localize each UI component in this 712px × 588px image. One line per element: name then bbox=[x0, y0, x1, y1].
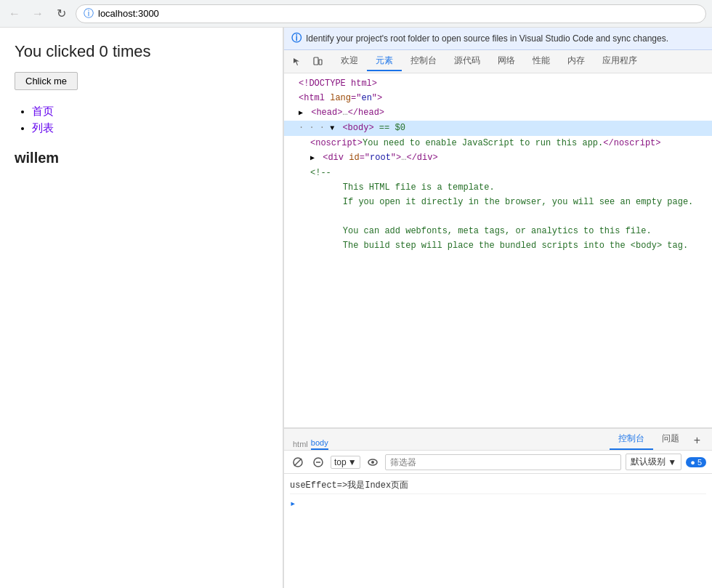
forward-button[interactable]: → bbox=[29, 5, 46, 23]
main-area: You clicked 0 times Chlick me 首页 列表 will… bbox=[0, 28, 712, 588]
console-log-line: useEffect=>我是Index页面 bbox=[290, 477, 706, 494]
head-expand-arrow[interactable] bbox=[299, 107, 306, 120]
html-noscript-line: <noscript>You need to enable JavaScript … bbox=[284, 136, 712, 150]
svg-rect-0 bbox=[314, 57, 318, 65]
html-comment-4: The build step will place the bundled sc… bbox=[284, 238, 712, 253]
info-bar: ⓘ Identify your project's root folder to… bbox=[284, 28, 712, 50]
badge-count: 5 bbox=[697, 458, 702, 467]
context-label: top bbox=[334, 457, 347, 467]
tab-elements[interactable]: 元素 bbox=[367, 52, 402, 71]
console-output: useEffect=>我是Index页面 ▸ bbox=[284, 474, 712, 588]
div-root-expand[interactable] bbox=[310, 152, 317, 165]
message-count-badge: ● 5 bbox=[686, 457, 706, 467]
click-button[interactable]: Chlick me bbox=[15, 72, 78, 90]
filter-icon-button[interactable] bbox=[310, 454, 326, 470]
console-log-text: useEffect=>我是Index页面 bbox=[290, 479, 408, 491]
filter-input[interactable] bbox=[385, 454, 622, 470]
html-doctype-line: <!DOCTYPE html> bbox=[284, 76, 712, 91]
security-icon: ⓘ bbox=[84, 7, 94, 20]
svg-rect-1 bbox=[319, 60, 322, 65]
clear-console-button[interactable] bbox=[290, 454, 306, 470]
level-select[interactable]: 默认级别 ▼ bbox=[626, 454, 681, 470]
console-area: html body 控制台 问题 + top bbox=[284, 428, 712, 588]
tab-performance[interactable]: 性能 bbox=[524, 52, 559, 71]
webpage-panel: You clicked 0 times Chlick me 首页 列表 will… bbox=[0, 28, 283, 588]
author-name: willem bbox=[15, 150, 268, 166]
badge-icon: ● bbox=[690, 458, 695, 467]
html-html-line: <html lang="en"> bbox=[284, 91, 712, 105]
back-button[interactable]: ← bbox=[6, 5, 23, 23]
console-tab-console[interactable]: 控制台 bbox=[610, 430, 653, 450]
console-caret: ▸ bbox=[290, 497, 296, 510]
devtools-panel: ⓘ Identify your project's root folder to… bbox=[283, 28, 712, 588]
device-icon-button[interactable] bbox=[309, 53, 326, 71]
console-toolbar: top ▼ 默认级别 ▼ ● 5 bbox=[284, 451, 712, 474]
body-expand-arrow[interactable] bbox=[330, 122, 337, 135]
list-link[interactable]: 列表 bbox=[32, 121, 54, 134]
eye-icon-button[interactable] bbox=[365, 454, 381, 470]
url-display: localhost:3000 bbox=[98, 8, 159, 19]
context-dropdown-arrow: ▼ bbox=[348, 457, 357, 467]
tab-application[interactable]: 应用程序 bbox=[594, 52, 646, 71]
devtools-tabs: 欢迎 元素 控制台 源代码 网络 性能 内存 应用程序 bbox=[332, 52, 646, 71]
info-bar-icon: ⓘ bbox=[291, 32, 302, 45]
list-item: 列表 bbox=[32, 121, 268, 135]
tab-sources[interactable]: 源代码 bbox=[445, 52, 489, 71]
address-bar[interactable]: ⓘ localhost:3000 bbox=[76, 4, 706, 23]
svg-point-7 bbox=[371, 461, 374, 464]
devtools-toolbar: 欢迎 元素 控制台 源代码 网络 性能 内存 应用程序 bbox=[284, 50, 712, 73]
svg-line-3 bbox=[294, 459, 302, 466]
tab-welcome[interactable]: 欢迎 bbox=[332, 52, 367, 71]
console-prompt-line[interactable]: ▸ bbox=[290, 494, 706, 512]
html-comment-1: This HTML file is a template. bbox=[284, 180, 712, 195]
click-count-label: You clicked 0 times bbox=[15, 42, 268, 61]
refresh-button[interactable]: ↻ bbox=[52, 5, 70, 23]
tab-memory[interactable]: 内存 bbox=[559, 52, 594, 71]
info-bar-text: Identify your project's root folder to o… bbox=[306, 33, 668, 44]
level-label: 默认级别 bbox=[631, 456, 666, 468]
console-tabs: html body 控制台 问题 + bbox=[284, 429, 712, 451]
console-add-tab[interactable]: + bbox=[688, 431, 706, 450]
inspect-icon-button[interactable] bbox=[288, 53, 306, 71]
elements-panel: <!DOCTYPE html> <html lang="en"> <head>…… bbox=[284, 73, 712, 428]
html-breadcrumb[interactable]: html bbox=[293, 440, 308, 448]
html-head-line[interactable]: <head>…</head> bbox=[284, 105, 712, 121]
html-comment-start: <!-- bbox=[284, 166, 712, 180]
html-body-line[interactable]: · · · <body> == $0 bbox=[284, 121, 712, 136]
html-div-root-line[interactable]: <div id="root">…</div> bbox=[284, 150, 712, 166]
html-comment-3: You can add webfonts, meta tags, or anal… bbox=[284, 224, 712, 238]
home-link[interactable]: 首页 bbox=[32, 105, 54, 117]
context-dropdown[interactable]: top ▼ bbox=[331, 456, 360, 469]
level-dropdown-arrow: ▼ bbox=[668, 457, 676, 467]
html-comment-blank bbox=[284, 209, 712, 224]
tab-network[interactable]: 网络 bbox=[489, 52, 524, 71]
body-breadcrumb[interactable]: body bbox=[311, 438, 328, 450]
html-comment-2: If you open it directly in the browser, … bbox=[284, 195, 712, 209]
list-item: 首页 bbox=[32, 105, 268, 118]
nav-links: 首页 列表 bbox=[15, 105, 268, 135]
tab-console[interactable]: 控制台 bbox=[402, 52, 445, 71]
browser-chrome: ← → ↻ ⓘ localhost:3000 bbox=[0, 0, 712, 28]
console-tab-issues[interactable]: 问题 bbox=[653, 430, 688, 450]
